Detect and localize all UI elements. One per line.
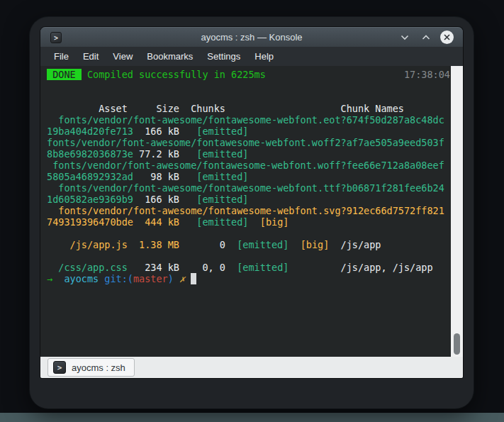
terminal-text: 166 kB bbox=[133, 194, 196, 205]
terminal-text: /css/app.css bbox=[47, 262, 128, 273]
tab-terminal-icon: > bbox=[53, 361, 66, 374]
terminal-text: /js/app.js 1.38 MB bbox=[47, 239, 179, 250]
terminal-text: 17:38:04 bbox=[404, 69, 450, 80]
terminal-text: ) bbox=[168, 273, 174, 284]
terminal-text: 77.2 kB bbox=[133, 148, 196, 160]
terminal-row: Asset Size Chunks Chunk Names bbox=[47, 103, 449, 114]
terminal-text: fonts/vendor/font-awesome/fontawesome-we… bbox=[47, 160, 444, 171]
terminal-output: DONE Compiled successfully in 6225ms 17:… bbox=[47, 69, 449, 284]
menu-item-edit[interactable]: Edit bbox=[77, 49, 105, 64]
scrollbar-thumb[interactable] bbox=[454, 333, 460, 355]
terminal-row bbox=[47, 91, 449, 103]
terminal-text: [emitted] bbox=[196, 216, 248, 228]
menu-item-help[interactable]: Help bbox=[248, 49, 280, 64]
done-badge: DONE bbox=[47, 69, 82, 80]
terminal-text: 0 bbox=[179, 239, 237, 250]
terminal-text bbox=[179, 216, 196, 228]
terminal-row: fonts/vendor/font-awesome/fontawesome-we… bbox=[47, 205, 449, 216]
terminal-row: 1d60582ae9369b9 166 kB [emitted] bbox=[47, 194, 449, 205]
terminal-text bbox=[249, 216, 260, 228]
terminal-row: fonts/vendor/font-awesome/fontawesome-we… bbox=[47, 137, 449, 148]
terminal-row: DONE Compiled successfully in 6225ms 17:… bbox=[47, 69, 449, 80]
terminal-text: [emitted] bbox=[237, 262, 289, 273]
terminal-text bbox=[266, 69, 404, 80]
desktop-bottom-strip bbox=[0, 413, 504, 422]
terminal-text: ✗ bbox=[179, 273, 185, 284]
terminal-row: fonts/vendor/font-awesome/fontawesome-we… bbox=[47, 160, 449, 171]
minimize-button[interactable] bbox=[398, 30, 411, 44]
terminal-text: [emitted] bbox=[237, 239, 289, 250]
terminal-text: 234 kB 0, 0 bbox=[128, 262, 237, 273]
menu-item-file[interactable]: File bbox=[47, 49, 75, 64]
terminal-text: [emitted] bbox=[196, 126, 248, 137]
terminal-row bbox=[47, 80, 449, 91]
terminal-text: 98 kB bbox=[133, 171, 196, 182]
terminal-text: /js/app, /js/app bbox=[289, 262, 432, 273]
menu-item-settings[interactable]: Settings bbox=[201, 49, 247, 64]
terminal-cursor bbox=[191, 273, 196, 284]
tabbar: > ayocms : zsh bbox=[40, 357, 463, 378]
terminal-text: 1d60582ae9369b9 bbox=[47, 194, 133, 205]
chevron-up-icon bbox=[422, 35, 430, 40]
terminal-text: fonts/vendor/font-awesome/fontawesome-we… bbox=[47, 114, 444, 126]
terminal-row: 19ba404d20fe713 166 kB [emitted] bbox=[47, 126, 449, 137]
menubar: File Edit View Bookmarks Settings Help bbox=[40, 47, 463, 66]
terminal-text bbox=[289, 239, 300, 250]
terminal-text: Asset Size Chunks Chunk Names bbox=[47, 103, 404, 114]
terminal-text: fonts/vendor/font-awesome/fontawesome-we… bbox=[47, 205, 444, 216]
terminal-text: fonts/vendor/font-awesome/fontawesome-we… bbox=[47, 182, 444, 194]
terminal-row bbox=[47, 250, 449, 262]
terminal-row bbox=[47, 228, 449, 239]
terminal-text: [emitted] bbox=[196, 171, 248, 182]
chevron-down-icon bbox=[401, 35, 409, 40]
terminal-text: git:( bbox=[104, 273, 133, 284]
konsole-window: > ayocms : zsh — Konsole bbox=[40, 27, 463, 378]
terminal-text: [emitted] bbox=[196, 148, 248, 160]
menu-item-bookmarks[interactable]: Bookmarks bbox=[140, 49, 199, 64]
screenshot-stage: > ayocms : zsh — Konsole bbox=[0, 0, 504, 422]
terminal-text: 749319396470bde bbox=[47, 216, 133, 228]
terminal-row: fonts/vendor/font-awesome/fontawesome-we… bbox=[47, 182, 449, 194]
window-buttons bbox=[398, 30, 463, 44]
terminal-text: 5805a46892932ad bbox=[47, 171, 133, 182]
terminal-text: Compiled successfully in 6225ms bbox=[82, 69, 266, 80]
terminal-text: master bbox=[133, 273, 168, 284]
titlebar[interactable]: > ayocms : zsh — Konsole bbox=[40, 27, 463, 47]
terminal-text bbox=[174, 273, 179, 284]
terminal-text: /js/app bbox=[329, 239, 381, 250]
terminal-area[interactable]: DONE Compiled successfully in 6225ms 17:… bbox=[40, 66, 463, 357]
terminal-text: 19ba404d20fe713 bbox=[47, 126, 133, 137]
tab-label: ayocms : zsh bbox=[72, 362, 125, 373]
terminal-row: 5805a46892932ad 98 kB [emitted] bbox=[47, 171, 449, 182]
terminal-text: 8b8e6982036873e bbox=[47, 148, 133, 160]
terminal-text: [big] bbox=[301, 239, 330, 250]
terminal-text: 444 kB bbox=[133, 216, 179, 228]
terminal-row: /js/app.js 1.38 MB 0 [emitted] [big] /js… bbox=[47, 239, 449, 250]
terminal-text: → bbox=[47, 273, 64, 284]
terminal-row: /css/app.css 234 kB 0, 0 [emitted] /js/a… bbox=[47, 262, 449, 273]
terminal-text: [big] bbox=[260, 216, 289, 228]
terminal-row: → ayocms git:(master) ✗ bbox=[47, 273, 449, 284]
terminal-text: ayocms bbox=[64, 273, 99, 284]
terminal-row: 749319396470bde 444 kB [emitted] [big] bbox=[47, 216, 449, 228]
terminal-text: 166 kB bbox=[133, 126, 196, 137]
terminal-text: [emitted] bbox=[196, 194, 248, 205]
terminal-row: fonts/vendor/font-awesome/fontawesome-we… bbox=[47, 114, 449, 126]
terminal-text: fonts/vendor/font-awesome/fontawesome-we… bbox=[47, 137, 444, 148]
close-button[interactable] bbox=[440, 30, 454, 44]
scrollbar[interactable] bbox=[451, 66, 463, 357]
terminal-row: 8b8e6982036873e 77.2 kB [emitted] bbox=[47, 148, 449, 160]
close-icon bbox=[443, 33, 451, 41]
maximize-button[interactable] bbox=[419, 30, 432, 44]
tab-active[interactable]: > ayocms : zsh bbox=[47, 358, 135, 377]
menu-item-view[interactable]: View bbox=[106, 49, 139, 64]
